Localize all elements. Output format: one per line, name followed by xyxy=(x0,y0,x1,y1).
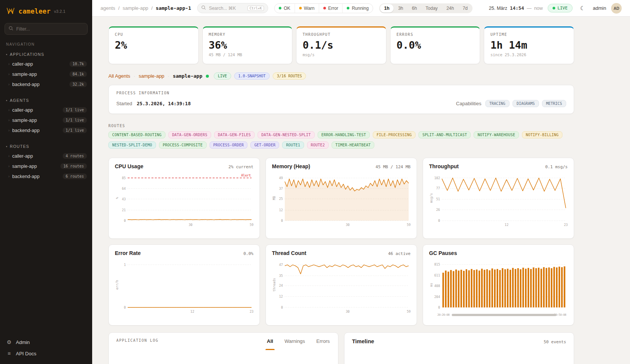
svg-text:err/h: err/h xyxy=(115,280,119,290)
sidebar-footer: ⚙ Admin ≡ API Docs xyxy=(0,334,92,364)
agent-badge: LIVE xyxy=(214,72,231,80)
route-chip[interactable]: ROUTE2 xyxy=(307,141,329,149)
sidebar-group-agents: AGENTS › caller-app 1/1 live › sample-ap… xyxy=(0,97,92,135)
route-chip[interactable]: FILE-PROCESSING xyxy=(373,131,415,138)
chart-title: GC Pauses xyxy=(429,250,457,256)
route-chip[interactable]: TIMER-HEARTBEAT xyxy=(332,141,374,149)
svg-text:64: 64 xyxy=(122,187,126,190)
status-filter-label: OK xyxy=(284,6,290,11)
range-separator: — xyxy=(527,6,532,11)
time-range-button[interactable]: 1h xyxy=(380,4,394,12)
status-dot-icon xyxy=(279,7,281,9)
log-tab[interactable]: All xyxy=(266,338,274,350)
svg-text:35: 35 xyxy=(279,274,283,278)
search-input[interactable] xyxy=(209,6,244,11)
route-chip[interactable]: CONTENT-BASED-ROUTING xyxy=(108,131,165,138)
route-chip[interactable]: ROUTE1 xyxy=(282,141,304,149)
svg-text:ms: ms xyxy=(429,283,433,287)
route-chip[interactable]: NESTED-SPLIT-DEMO xyxy=(108,141,156,149)
gc-pauses-scrollbar[interactable] xyxy=(452,314,556,316)
sidebar-item[interactable]: › backend-app 32.2k xyxy=(0,79,92,89)
dark-mode-toggle[interactable]: ☾ xyxy=(578,3,588,14)
api-docs-link[interactable]: ≡ API Docs xyxy=(6,350,86,356)
route-chip[interactable]: ERROR-HANDLING-TEST xyxy=(318,131,370,138)
avatar[interactable]: AD xyxy=(611,3,622,14)
breadcrumb-sample-app[interactable]: sample-app xyxy=(123,5,148,11)
route-chip[interactable]: SPLIT-AND-MULTICAST xyxy=(418,131,471,138)
route-chip[interactable]: DATA-GEN-ORDERS xyxy=(168,131,211,138)
stat-sub-label: 45 MB / 124 MB xyxy=(209,52,286,57)
topbar-right: 25. März 14:54 — now LIVE ☾ admin AD xyxy=(489,3,622,14)
live-toggle[interactable]: LIVE xyxy=(548,4,573,12)
group-header-applications[interactable]: APPLICATIONS xyxy=(0,51,92,59)
sidebar-item-badge: 10.7k xyxy=(69,61,87,67)
sidebar-item[interactable]: › backend-app 6 routes xyxy=(0,171,92,181)
routes-section: ROUTES CONTENT-BASED-ROUTINGDATA-GEN-ORD… xyxy=(108,124,574,149)
time-range-button[interactable]: 24h xyxy=(442,4,458,12)
navigation-label: NAVIGATION xyxy=(0,42,92,51)
timeline-event-count: 50 events xyxy=(544,339,566,344)
stat-value: 36% xyxy=(209,39,286,51)
user-menu[interactable]: admin xyxy=(593,5,606,11)
gc-pauses-chart-card: GC Pauses 0204408611815ms 20:20:08 20:50… xyxy=(423,244,574,326)
admin-link[interactable]: ⚙ Admin xyxy=(6,339,86,345)
all-agents-link[interactable]: All Agents xyxy=(108,73,130,79)
log-tab[interactable]: Errors xyxy=(316,338,330,350)
stat-value: 0.1/s xyxy=(303,39,380,51)
sample-app-link[interactable]: sample-app xyxy=(139,73,164,79)
date-range[interactable]: 25. März 14:54 — now xyxy=(489,5,543,11)
sidebar-item-badge: 1/1 live xyxy=(63,107,87,113)
sidebar-filter[interactable] xyxy=(5,23,88,35)
group-header-agents[interactable]: AGENTS xyxy=(0,97,92,105)
status-filter[interactable]: Running xyxy=(342,4,373,13)
sidebar: cameleer v3.2.1 NAVIGATION APPLICATIONS … xyxy=(0,0,92,364)
sidebar-item[interactable]: › backend-app 1/1 live xyxy=(0,125,92,135)
stat-card: THROUGHPUT 0.1/s msg/s xyxy=(296,26,386,64)
sidebar-item[interactable]: › sample-app 84.1k xyxy=(0,69,92,79)
status-dot-icon xyxy=(323,7,326,9)
agent-badge: 1.0-SNAPSHOT xyxy=(234,72,270,80)
route-chip[interactable]: NOTIFY-WAREHOUSE xyxy=(474,131,519,138)
search-icon xyxy=(9,26,13,32)
group-dot-icon xyxy=(6,100,7,101)
breadcrumb-agents[interactable]: agents xyxy=(100,5,115,11)
sidebar-item[interactable]: › sample-app 16 routes xyxy=(0,161,92,171)
route-chip[interactable]: DATA-GEN-FILES xyxy=(214,131,255,138)
agent-separator: · xyxy=(168,73,169,79)
app-logo[interactable]: cameleer v3.2.1 xyxy=(0,0,92,21)
global-search[interactable]: Ctrl+K xyxy=(197,3,268,13)
sidebar-item[interactable]: › caller-app 10.7k xyxy=(0,59,92,69)
sidebar-item-label: sample-app xyxy=(12,164,37,169)
stat-value: 2% xyxy=(115,39,192,51)
svg-text:408: 408 xyxy=(434,284,440,288)
svg-text:MB: MB xyxy=(272,196,276,200)
svg-text:77: 77 xyxy=(436,186,440,190)
sidebar-item-badge: 1/1 live xyxy=(63,117,87,123)
svg-text:30: 30 xyxy=(346,310,349,313)
route-chip[interactable]: NOTIFY-BILLING xyxy=(522,131,562,138)
sidebar-item[interactable]: › sample-app 1/1 live xyxy=(0,115,92,125)
route-chip[interactable]: PROCESS-COMPOSITE xyxy=(159,141,207,149)
route-chip[interactable]: DATA-GEN-NESTED-SPLIT xyxy=(258,131,315,138)
status-filter[interactable]: Error xyxy=(319,4,343,13)
svg-text:37: 37 xyxy=(279,187,283,190)
sidebar-item[interactable]: › caller-app 4 routes xyxy=(0,151,92,161)
log-tab[interactable]: Warnings xyxy=(284,338,306,350)
svg-text:threads: threads xyxy=(272,278,276,292)
time-range-button[interactable]: 7d xyxy=(459,4,472,12)
time-range-button[interactable]: 3h xyxy=(394,4,407,12)
chevron-right-icon: › xyxy=(8,108,9,112)
chart-value: 0.1 msg/s xyxy=(545,164,568,169)
status-filter[interactable]: Warn xyxy=(295,4,319,13)
stat-label: THROUGHPUT xyxy=(303,32,380,37)
time-range-button[interactable]: Today xyxy=(422,4,442,12)
sidebar-item-label: caller-app xyxy=(12,108,33,113)
time-range-button[interactable]: 6h xyxy=(408,4,421,12)
group-header-routes[interactable]: ROUTES xyxy=(0,143,92,151)
sidebar-item[interactable]: › caller-app 1/1 live xyxy=(0,105,92,115)
agent-badges: LIVE1.0-SNAPSHOT3/16 ROUTES xyxy=(214,72,306,80)
filter-input[interactable] xyxy=(16,26,83,32)
status-filter[interactable]: OK xyxy=(275,4,294,13)
route-chip[interactable]: PROCESS-ORDER xyxy=(210,141,248,149)
route-chip[interactable]: GET-ORDER xyxy=(250,141,279,149)
